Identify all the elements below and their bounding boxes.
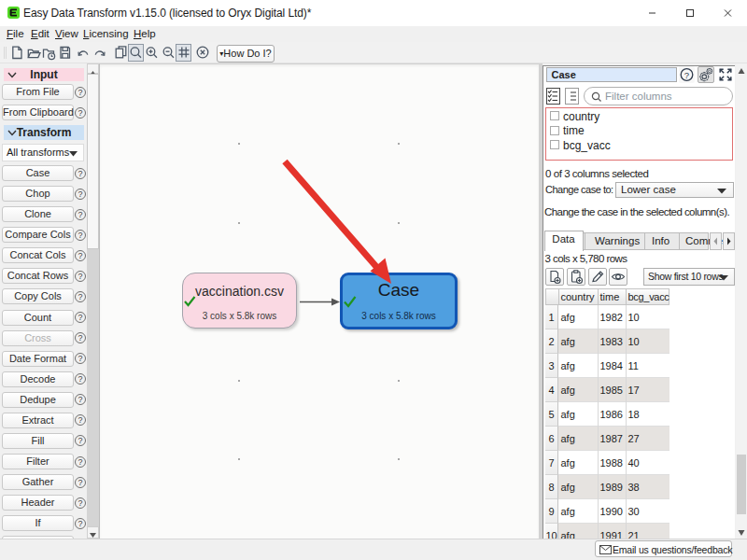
svg-text:?: ?: [684, 70, 689, 80]
